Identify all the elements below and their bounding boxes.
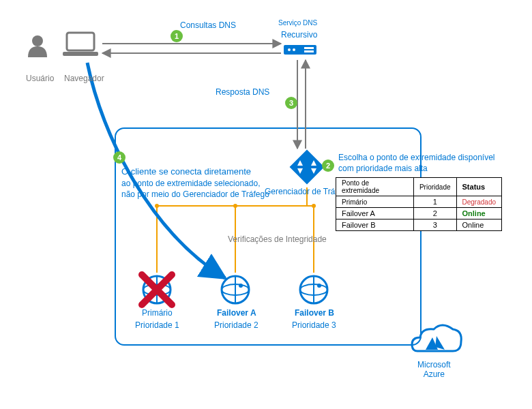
- svg-rect-3: [284, 45, 316, 55]
- svg-rect-7: [304, 50, 314, 52]
- browser-label: Navegador: [64, 74, 104, 83]
- table-row: Primário 1 Degradado: [336, 196, 502, 208]
- cell-status: Degradado: [456, 196, 501, 208]
- table-row: Failover B 3 Online: [336, 219, 502, 231]
- recursive-label: Recursivo: [281, 30, 317, 40]
- dns-queries-label: Consultas DNS: [180, 20, 236, 30]
- step-badge-4: 4: [113, 151, 125, 164]
- th-endpoint: Ponto de extremidade: [336, 178, 414, 196]
- step-num: 3: [289, 99, 293, 107]
- health-checks-label: Verificações de Integridade: [228, 234, 327, 244]
- cell-endpoint: Primário: [336, 196, 414, 208]
- svg-point-5: [293, 48, 295, 51]
- choose-endpoint-line1: Escolha o ponto de extremidade disponíve…: [338, 153, 494, 162]
- cell-priority: 3: [413, 219, 456, 231]
- cell-priority: 1: [413, 196, 456, 208]
- browser-icon: [63, 33, 98, 56]
- cell-endpoint: Failover A: [336, 208, 414, 219]
- connect-line3: não por meio do Gerenciador de Tráfego: [121, 190, 269, 199]
- step-badge-1: 1: [171, 30, 183, 42]
- table-header-row: Ponto de extremidade Prioridade Status: [336, 178, 502, 196]
- connect-line2: ao ponto de extremidade selecionado,: [121, 179, 260, 188]
- step-num: 1: [175, 32, 179, 40]
- cell-status: Online: [456, 208, 501, 219]
- priority2-label: Prioridade 2: [214, 320, 258, 330]
- user-icon: [28, 35, 47, 57]
- step-num: 2: [326, 162, 330, 170]
- choose-endpoint-line2: com prioridade mais alta: [338, 164, 428, 173]
- cell-endpoint: Failover B: [336, 219, 414, 231]
- cell-status: Online: [456, 219, 501, 231]
- cell-priority: 2: [413, 208, 456, 219]
- azure-label: Microsoft Azure: [417, 360, 451, 379]
- dns-server-icon: [284, 45, 316, 55]
- svg-point-0: [32, 35, 43, 46]
- failoverA-label: Failover A: [217, 308, 256, 318]
- priority1-label: Prioridade 1: [135, 320, 179, 330]
- connect-line1: O cliente se conecta diretamente: [121, 166, 251, 177]
- step-badge-2: 2: [322, 160, 334, 172]
- th-status: Status: [456, 178, 501, 196]
- table-row: Failover A 2 Online: [336, 208, 502, 219]
- svg-rect-1: [67, 33, 94, 50]
- dns-response-label: Resposta DNS: [216, 87, 269, 97]
- th-priority: Prioridade: [413, 178, 456, 196]
- primary-label: Primário: [142, 308, 173, 318]
- priority3-label: Prioridade 3: [292, 320, 336, 330]
- svg-point-4: [288, 48, 291, 51]
- step-badge-3: 3: [285, 97, 297, 109]
- user-label: Usuário: [26, 74, 54, 83]
- failoverB-label: Failover B: [295, 308, 334, 318]
- dns-service-label: Serviço DNS: [278, 19, 317, 27]
- step-num: 4: [117, 153, 121, 162]
- endpoint-status-table: Ponto de extremidade Prioridade Status P…: [336, 177, 502, 231]
- svg-rect-2: [63, 52, 98, 56]
- svg-rect-6: [304, 47, 314, 49]
